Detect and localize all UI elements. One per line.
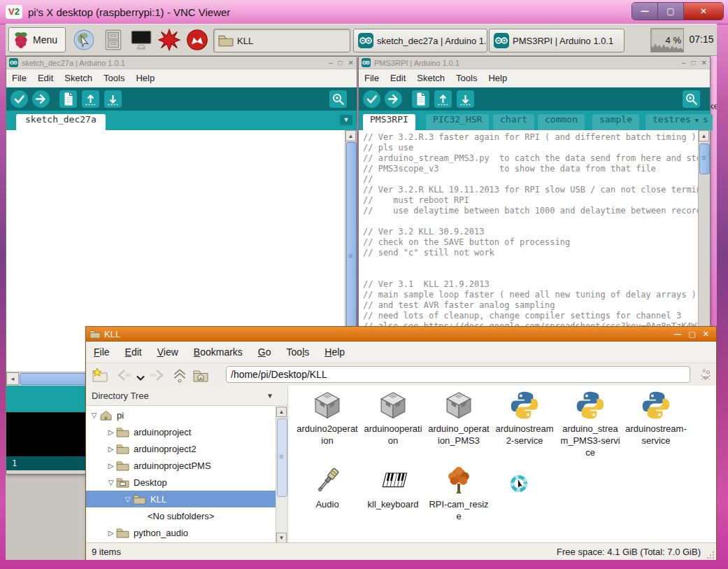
menu-tools[interactable]: Tools bbox=[450, 73, 483, 83]
menu-bookmarks[interactable]: Bookmarks bbox=[186, 346, 250, 358]
maximize-button[interactable]: ▢ bbox=[658, 3, 684, 20]
file-icon-view[interactable]: arduino2operationarduinooperationarduino… bbox=[288, 386, 716, 543]
window-titlebar[interactable]: sketch_dec27a | Arduino 1.0.1 – □ ✕ bbox=[6, 57, 357, 69]
minimize-button[interactable]: — bbox=[673, 330, 681, 339]
scroll-left-icon[interactable]: ◂ bbox=[6, 372, 19, 385]
home-button[interactable] bbox=[192, 367, 209, 384]
expander-closed-icon[interactable]: ▷ bbox=[106, 462, 116, 470]
file-item[interactable]: Audio bbox=[294, 465, 360, 510]
upload-button[interactable] bbox=[385, 90, 402, 108]
open-sketch-button[interactable] bbox=[82, 90, 99, 108]
tree-row-arduinoproject2[interactable]: ▷arduinoproject2 bbox=[86, 440, 276, 457]
menu-help[interactable]: Help bbox=[483, 73, 513, 83]
vnc-titlebar[interactable]: V2 pi's X desktop (raspberrypi:1) - VNC … bbox=[0, 0, 728, 24]
mathematica-icon[interactable] bbox=[158, 29, 180, 51]
scroll-down-icon[interactable]: ▼ bbox=[276, 533, 287, 543]
editor-vertical-scrollbar[interactable]: ▲ bbox=[698, 130, 710, 355]
tab-list-button[interactable]: ▼ bbox=[340, 115, 352, 125]
menu-edit[interactable]: Edit bbox=[385, 73, 411, 83]
menu-tools[interactable]: Tools bbox=[279, 346, 317, 358]
maximize-button[interactable]: □ bbox=[692, 57, 696, 68]
web-browser-icon[interactable] bbox=[73, 29, 95, 51]
tree-row-python-audio[interactable]: ▷python_audio bbox=[86, 524, 276, 541]
tab-pic32_hsr[interactable]: PIC32_HSR bbox=[426, 114, 489, 130]
history-dropdown-icon[interactable] bbox=[135, 370, 146, 386]
verify-button[interactable] bbox=[10, 90, 28, 108]
expander-closed-icon[interactable]: ▷ bbox=[106, 445, 116, 453]
scroll-up-icon[interactable]: ▲ bbox=[699, 130, 709, 141]
menu-help[interactable]: Help bbox=[130, 73, 160, 83]
scroll-up-icon[interactable]: ▲ bbox=[345, 130, 356, 141]
tree-scrollbar[interactable]: ▲ ▼ bbox=[276, 407, 287, 543]
cpu-monitor[interactable]: 4 % bbox=[650, 28, 684, 52]
tab-testres[interactable]: testres▼ bbox=[645, 114, 706, 130]
maximize-button[interactable]: ▢ bbox=[688, 330, 695, 339]
terminal-icon[interactable] bbox=[130, 29, 152, 51]
expander-open-icon[interactable]: ▽ bbox=[106, 479, 116, 486]
save-sketch-button[interactable] bbox=[457, 90, 474, 108]
menu-tools[interactable]: Tools bbox=[98, 73, 130, 83]
tab-pms3rpi[interactable]: PMS3RPI bbox=[363, 114, 415, 130]
minimize-button[interactable]: – bbox=[329, 57, 333, 68]
side-pane-header[interactable]: Directory Tree ▼ bbox=[86, 386, 287, 406]
menu-file[interactable]: File bbox=[6, 73, 32, 83]
file-item[interactable]: arduino_operation_PMS3 bbox=[426, 390, 492, 447]
jump-to-button[interactable] bbox=[697, 367, 714, 384]
menu-file[interactable]: File bbox=[359, 73, 385, 83]
forward-button[interactable] bbox=[149, 367, 166, 384]
expander-closed-icon[interactable]: ▷ bbox=[106, 529, 116, 537]
tree-row--no-subfolders-[interactable]: <No subfolders> bbox=[86, 507, 276, 524]
resize-grip[interactable] bbox=[706, 551, 715, 559]
save-sketch-button[interactable] bbox=[104, 90, 122, 108]
tab-partial[interactable]: s bbox=[699, 114, 713, 130]
window-titlebar[interactable]: KLL — ▢ ✕ bbox=[86, 327, 716, 342]
tree-row-pi[interactable]: ▽pi bbox=[86, 407, 276, 423]
upload-button[interactable] bbox=[32, 90, 50, 108]
menu-edit[interactable]: Edit bbox=[117, 346, 150, 358]
serial-monitor-button[interactable] bbox=[329, 90, 347, 108]
close-button[interactable]: ✕ bbox=[701, 57, 707, 68]
serial-monitor-button[interactable] bbox=[683, 90, 700, 108]
menu-edit[interactable]: Edit bbox=[32, 73, 59, 83]
tab-sample[interactable]: sample bbox=[592, 114, 639, 130]
tree-row-arduinoprojectpms[interactable]: ▷arduinoprojectPMS bbox=[86, 457, 276, 474]
new-sketch-button[interactable] bbox=[59, 90, 77, 108]
expander-open-icon[interactable]: ▽ bbox=[89, 412, 99, 419]
tree-row-desktop[interactable]: ▽Desktop bbox=[86, 474, 276, 491]
file-item[interactable]: arduinooperation bbox=[360, 390, 426, 447]
file-item[interactable]: arduino_stream_PMS3-service bbox=[557, 390, 623, 458]
tree-row-arduinoproject[interactable]: ▷arduinoproject bbox=[86, 423, 276, 440]
close-button[interactable]: ✕ bbox=[703, 330, 709, 339]
tree-row-kll[interactable]: ▽KLL bbox=[86, 491, 276, 507]
close-button[interactable]: ✕ bbox=[684, 3, 723, 20]
scroll-up-icon[interactable]: ▲ bbox=[276, 407, 287, 417]
new-tab-button[interactable] bbox=[92, 367, 108, 384]
file-item[interactable]: RPI-cam_resize bbox=[426, 465, 492, 522]
tab-chart[interactable]: chart bbox=[493, 114, 534, 130]
taskbar-task-button[interactable]: sketch_dec27a | Arduino 1.... bbox=[353, 29, 487, 52]
open-sketch-button[interactable] bbox=[434, 90, 452, 108]
taskbar-task-button[interactable]: KLL bbox=[213, 29, 350, 52]
minimize-button[interactable]: – bbox=[682, 57, 686, 68]
menu-go[interactable]: Go bbox=[250, 346, 279, 358]
maximize-button[interactable]: □ bbox=[338, 57, 343, 68]
verify-button[interactable] bbox=[363, 90, 380, 108]
up-button[interactable] bbox=[171, 367, 188, 384]
file-manager-icon[interactable] bbox=[102, 29, 124, 51]
wolfram-icon[interactable] bbox=[186, 29, 208, 51]
back-button[interactable] bbox=[115, 367, 132, 384]
code-editor[interactable]: // Ver 3.2.R.3 faster again for RPI ( an… bbox=[359, 130, 710, 355]
close-button[interactable]: ✕ bbox=[348, 57, 354, 68]
new-sketch-button[interactable] bbox=[412, 90, 429, 108]
menu-file[interactable]: File bbox=[86, 346, 117, 358]
menu-help[interactable]: Help bbox=[317, 346, 352, 358]
address-bar[interactable] bbox=[226, 366, 690, 383]
tab-common[interactable]: common bbox=[538, 114, 585, 130]
scrollbar-thumb[interactable] bbox=[699, 143, 710, 174]
file-item[interactable]: kll_keyboard bbox=[360, 465, 426, 510]
menu-sketch[interactable]: Sketch bbox=[411, 73, 450, 83]
minimize-button[interactable]: — bbox=[632, 3, 658, 20]
file-item[interactable]: arduinostream-service bbox=[623, 390, 689, 447]
file-item[interactable]: arduino2operation bbox=[294, 390, 360, 447]
expander-closed-icon[interactable]: ▷ bbox=[106, 428, 116, 436]
